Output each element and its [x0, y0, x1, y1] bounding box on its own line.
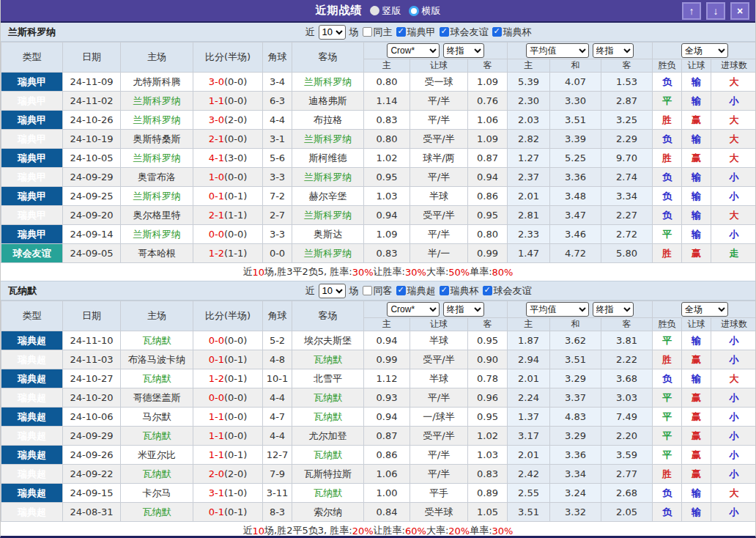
- corner-cell: 3-11: [263, 484, 292, 503]
- avg-away-odds-cell: 3.03: [601, 388, 653, 408]
- handicap-away-odds-cell: 0.95: [468, 408, 508, 427]
- recent-count-select[interactable]: 10: [319, 284, 346, 298]
- avg-away-odds-cell: 3.68: [601, 369, 653, 388]
- avg-home-odds-cell: 2.37: [508, 168, 550, 187]
- avg-draw-odds-cell: 3.36: [550, 446, 601, 465]
- cup-filter-checkbox[interactable]: 瑞典杯: [492, 26, 532, 39]
- checkbox-icon[interactable]: [483, 286, 492, 295]
- halftime-score: (0-0): [224, 335, 247, 346]
- col-type: 类型: [1, 43, 63, 73]
- result-handicap-cell: 输: [682, 484, 711, 503]
- away-team-cell: 北雪平: [292, 369, 364, 388]
- result-wdl-cell: 负: [653, 168, 682, 187]
- avg-away-odds-cell: 3.25: [601, 111, 653, 130]
- avg-period-select[interactable]: 终指: [593, 302, 634, 317]
- close-button[interactable]: ×: [730, 2, 749, 20]
- match-row: 瑞典甲24-09-25兰斯科罗纳0-1(0-1)7-2赫尔辛堡1.03半球0.8…: [1, 187, 756, 206]
- result-handicap-cell: 输: [682, 92, 711, 111]
- home-team-cell: 兰斯科罗纳: [121, 187, 193, 206]
- avg-draw-odds-cell: 3.30: [550, 92, 601, 111]
- odds-source-select[interactable]: Crow*: [387, 302, 440, 317]
- handicap-home-odds-cell: 0.80: [364, 130, 410, 149]
- move-down-button[interactable]: ↓: [706, 2, 725, 20]
- avg-draw-odds-cell: 4.83: [550, 408, 601, 427]
- match-row: 瑞典甲24-10-05兰斯科罗纳4-1(3-0)5-6斯柯维德1.02球半/两0…: [1, 149, 756, 168]
- cup-filter-checkbox[interactable]: 瑞典杯: [440, 284, 479, 298]
- handicap-away-odds-cell: 1.03: [468, 446, 508, 465]
- halftime-score: (0-1): [224, 354, 247, 365]
- friendly-filter-checkbox[interactable]: 球会友谊: [483, 284, 532, 298]
- league-type-cell: 瑞典超: [1, 331, 63, 350]
- result-handicap-cell: 赢: [682, 244, 711, 263]
- result-handicap-cell: 输: [682, 206, 711, 225]
- result-handicap-cell: 赢: [682, 446, 711, 465]
- avg-period-select[interactable]: 终指: [593, 43, 634, 58]
- corner-cell: 0-0: [263, 244, 292, 263]
- odds-period-select[interactable]: 终指: [443, 302, 484, 317]
- col-score: 比分(半场): [193, 43, 263, 73]
- same-venue-checkbox[interactable]: 同主: [363, 26, 393, 39]
- avg-source-select[interactable]: 平均值: [526, 302, 589, 317]
- score-cell: 3-0(0-0): [193, 73, 263, 92]
- halftime-score: (0-0): [224, 95, 247, 106]
- scope-select[interactable]: 全场: [681, 302, 728, 317]
- odds-period-select[interactable]: 终指: [443, 43, 484, 58]
- match-row: 瑞典超24-11-03布洛马波卡纳0-1(0-1)4-8瓦纳默0.99受平/半0…: [1, 350, 756, 369]
- league-filter-checkbox[interactable]: 瑞典超: [396, 284, 436, 298]
- checkbox-icon[interactable]: [363, 27, 372, 37]
- corner-cell: 5-6: [263, 149, 292, 168]
- fulltime-score: 3-0: [209, 114, 224, 125]
- summary-stat: 场,胜2平5负3, 胜率:: [264, 524, 352, 537]
- avg-away-odds-cell: 2.68: [601, 484, 653, 503]
- checkbox-icon[interactable]: [440, 286, 449, 295]
- checkbox-icon[interactable]: [492, 27, 502, 37]
- scope-select[interactable]: 全场: [681, 43, 728, 58]
- match-row: 瑞典甲24-09-20奥尔格里特2-1(1-1)2-7兰斯科罗纳0.94受平/半…: [1, 206, 756, 225]
- result-handicap-cell: 输: [682, 187, 711, 206]
- radio-horizontal-icon[interactable]: [409, 6, 419, 16]
- league-filter-checkbox[interactable]: 瑞典甲: [396, 26, 436, 39]
- radio-vertical-label: 竖版: [382, 4, 401, 18]
- match-date-cell: 24-10-05: [63, 149, 121, 168]
- handicap-away-odds-cell: 1.05: [468, 503, 508, 522]
- score-cell: 0-1(0-1): [193, 187, 263, 206]
- near-label: 近: [305, 284, 315, 298]
- avg-draw-odds-cell: 3.48: [550, 187, 601, 206]
- checkbox-icon[interactable]: [396, 27, 406, 37]
- recent-count-select[interactable]: 10: [319, 25, 346, 40]
- handicap-home-odds-cell: 0.94: [364, 408, 410, 427]
- halftime-score: (0-0): [224, 76, 247, 87]
- avg-draw-odds-cell: 3.36: [550, 168, 601, 187]
- summary-stat: 10: [253, 267, 265, 278]
- sub-col-away-odds: 客: [468, 318, 508, 331]
- handicap-line-cell: 平/半: [410, 465, 468, 484]
- friendly-filter-checkbox[interactable]: 球会友谊: [440, 26, 489, 39]
- handicap-away-odds-cell: 0.95: [468, 331, 508, 350]
- group-result: 全场: [653, 43, 756, 59]
- avg-source-select[interactable]: 平均值: [526, 43, 589, 58]
- score-cell: 1-1(0-0): [193, 427, 263, 446]
- league-type-cell: 瑞典超: [1, 484, 63, 503]
- handicap-away-odds-cell: 0.80: [468, 225, 508, 244]
- checkbox-icon[interactable]: [440, 27, 449, 37]
- league-type-cell: 瑞典甲: [1, 111, 63, 130]
- result-handicap-cell: 赢: [682, 465, 711, 484]
- home-team-cell: 奥斯特桑斯: [121, 130, 193, 149]
- score-cell: 1-0(0-0): [193, 168, 263, 187]
- fulltime-score: 2-0: [209, 468, 224, 479]
- sub-col-goals: 进球数: [711, 318, 756, 331]
- layout-horizontal-radio[interactable]: 横版: [409, 4, 441, 18]
- corner-cell: 3-1: [263, 130, 292, 149]
- sub-col-avg-away: 客: [601, 59, 653, 73]
- result-handicap-cell: 赢: [682, 388, 711, 408]
- radio-vertical-icon[interactable]: [370, 6, 379, 15]
- avg-draw-odds-cell: 3.39: [550, 130, 601, 149]
- checkbox-icon[interactable]: [363, 286, 372, 295]
- sub-col-handicap: 让球: [410, 59, 468, 73]
- sub-col-wdl: 胜负: [653, 59, 682, 73]
- same-venue-checkbox[interactable]: 同客: [363, 284, 393, 298]
- layout-vertical-radio[interactable]: 竖版: [370, 4, 401, 18]
- checkbox-icon[interactable]: [396, 286, 406, 295]
- move-up-button[interactable]: ↑: [682, 2, 701, 20]
- odds-source-select[interactable]: Crow*: [387, 43, 440, 58]
